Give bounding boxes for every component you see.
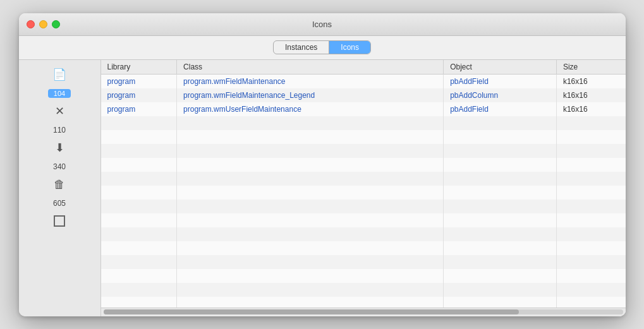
cell-empty (444, 186, 557, 200)
table-row-empty (101, 227, 626, 241)
cell-empty (177, 283, 444, 297)
cell-empty (101, 255, 177, 269)
close-button[interactable] (27, 20, 35, 28)
cell-library: program (101, 88, 177, 102)
cell-empty (101, 283, 177, 297)
cell-empty (556, 130, 625, 144)
sidebar-item-frame[interactable] (19, 212, 100, 230)
cell-size: k16x16 (556, 74, 625, 88)
scrollbar-thumb (104, 309, 519, 314)
cell-empty (177, 158, 444, 172)
cell-library: program (101, 102, 177, 116)
tab-group: Instances Icons (273, 40, 371, 54)
label-110: 110 (53, 126, 66, 135)
titlebar: Icons (19, 13, 626, 36)
cell-empty (101, 158, 177, 172)
sidebar-item-340[interactable]: 340 (19, 157, 100, 175)
col-header-size: Size (556, 60, 625, 75)
table-row-empty (101, 269, 626, 283)
table-container[interactable]: Library Class Object Size programprogram… (101, 60, 626, 308)
table-row[interactable]: programprogram.wmUserFieldMaintenancepbA… (101, 102, 626, 116)
table-row-empty (101, 116, 626, 130)
cell-size: k16x16 (556, 88, 625, 102)
table-row-empty (101, 297, 626, 308)
col-header-class: Class (177, 60, 444, 75)
tab-icons[interactable]: Icons (329, 41, 370, 54)
cell-empty (177, 130, 444, 144)
cell-object: pbAddField (444, 74, 557, 88)
sidebar-item-605[interactable]: 605 (19, 194, 100, 212)
badge-104: 104 (48, 89, 71, 98)
cell-empty (444, 172, 557, 186)
table-row-empty (101, 158, 626, 172)
cell-library: program (101, 74, 177, 88)
toolbar: Instances Icons (19, 36, 626, 60)
cell-empty (101, 186, 177, 200)
sidebar-item-110[interactable]: 110 (19, 121, 100, 138)
table-row-empty (101, 172, 626, 186)
cell-empty (556, 144, 625, 158)
cell-size: k16x16 (556, 102, 625, 116)
cell-empty (177, 200, 444, 213)
cell-empty (444, 158, 557, 172)
cell-empty (101, 213, 177, 227)
cell-object: pbAddField (444, 102, 557, 116)
cell-empty (444, 213, 557, 227)
table-row[interactable]: programprogram.wmFieldMaintenance_Legend… (101, 88, 626, 102)
sidebar-item-trash[interactable]: 🗑 (19, 175, 100, 194)
cell-empty (556, 200, 625, 213)
minimize-button[interactable] (39, 20, 47, 28)
document-icon: 📄 (52, 69, 66, 80)
cell-empty (177, 186, 444, 200)
sidebar-item-close[interactable]: ✕ (19, 102, 100, 121)
cell-empty (177, 241, 444, 255)
cell-empty (556, 116, 625, 130)
cell-empty (101, 130, 177, 144)
sidebar: 📄 104 ✕ 110 ⬇ 340 🗑 605 (19, 60, 101, 316)
main-window: Icons Instances Icons 📄 104 ✕ 110 ⬇ (19, 13, 626, 316)
cell-empty (444, 200, 557, 213)
maximize-button[interactable] (52, 20, 60, 28)
icons-table: Library Class Object Size programprogram… (101, 60, 626, 308)
cell-empty (444, 241, 557, 255)
sidebar-item-document[interactable]: 📄 (19, 65, 100, 84)
cell-empty (177, 297, 444, 308)
cell-empty (177, 227, 444, 241)
cell-empty (444, 116, 557, 130)
horizontal-scrollbar[interactable] (101, 308, 626, 316)
cell-object: pbAddColumn (444, 88, 557, 102)
cell-empty (101, 269, 177, 283)
cell-empty (101, 297, 177, 308)
window-title: Icons (312, 20, 332, 29)
cell-empty (101, 144, 177, 158)
frame-icon (54, 215, 65, 227)
trash-icon: 🗑 (54, 179, 65, 190)
cell-empty (177, 255, 444, 269)
col-header-library: Library (101, 60, 177, 75)
table-row-empty (101, 255, 626, 269)
table-header-row: Library Class Object Size (101, 60, 626, 75)
sidebar-item-104[interactable]: 104 (19, 84, 100, 102)
cell-empty (177, 213, 444, 227)
cell-empty (101, 241, 177, 255)
table-row-empty (101, 241, 626, 255)
label-340: 340 (53, 162, 66, 171)
cell-empty (177, 269, 444, 283)
traffic-lights (27, 20, 60, 28)
cell-empty (556, 255, 625, 269)
cell-empty (556, 158, 625, 172)
cell-empty (444, 255, 557, 269)
cell-empty (556, 172, 625, 186)
cell-empty (101, 227, 177, 241)
cell-empty (556, 283, 625, 297)
table-row[interactable]: programprogram.wmFieldMaintenancepbAddFi… (101, 74, 626, 88)
sidebar-item-download[interactable]: ⬇ (19, 138, 100, 157)
cell-class: program.wmFieldMaintenance_Legend (177, 88, 444, 102)
cell-empty (556, 213, 625, 227)
label-605: 605 (53, 199, 66, 208)
table-row-empty (101, 213, 626, 227)
cell-empty (444, 227, 557, 241)
tab-instances[interactable]: Instances (274, 41, 329, 54)
cell-empty (444, 130, 557, 144)
cell-empty (101, 200, 177, 213)
